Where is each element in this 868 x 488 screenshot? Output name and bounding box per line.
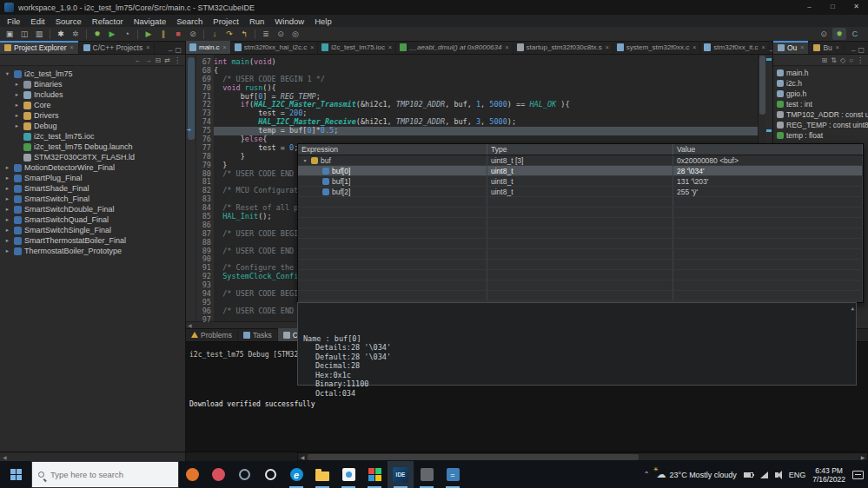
- editor-tab-aeabi-dmul-at-0x8000634[interactable]: __aeabi_dmul() at 0x8000634×: [396, 41, 513, 54]
- twistie-icon[interactable]: ▸: [3, 195, 11, 202]
- terminate-icon[interactable]: ■: [171, 28, 185, 40]
- build-all-icon[interactable]: ✲: [69, 28, 83, 40]
- step-return-icon[interactable]: ↰: [237, 28, 251, 40]
- close-tab-icon[interactable]: ×: [388, 44, 392, 50]
- twistie-icon[interactable]: ▾: [301, 157, 308, 163]
- calculator-app[interactable]: =: [440, 461, 466, 488]
- network-icon[interactable]: [760, 472, 768, 478]
- tree-item-i2c-test-lm75-debug-launch[interactable]: i2c_test_lm75 Debug.launch: [0, 142, 185, 152]
- view-menu-icon[interactable]: ⋮: [857, 56, 864, 64]
- minimize-button[interactable]: –: [798, 0, 821, 15]
- step-over-icon[interactable]: ↷: [222, 28, 236, 40]
- outline-tab-bu[interactable]: Bu×: [809, 41, 845, 54]
- twistie-icon[interactable]: ▸: [3, 237, 11, 244]
- maximize-button[interactable]: □: [821, 0, 845, 15]
- battery-icon[interactable]: [744, 472, 753, 478]
- twistie-icon[interactable]: ▸: [3, 164, 11, 171]
- collapse-all-icon[interactable]: ⊟: [156, 56, 162, 64]
- close-tab-icon[interactable]: ×: [70, 44, 73, 50]
- tree-item-i2c-test-lm75-ioc[interactable]: i2c_test_lm75.ioc: [0, 131, 185, 142]
- outline-item-tmp102-addr-const-uint8-t[interactable]: TMP102_ADDR : const uint8_t: [773, 109, 868, 120]
- disconnect-icon[interactable]: ⊘: [186, 28, 200, 40]
- file-explorer[interactable]: [309, 461, 335, 488]
- menu-run[interactable]: Run: [244, 16, 269, 26]
- close-tab-icon[interactable]: ×: [606, 44, 609, 50]
- mark-occurrences-icon[interactable]: ◎: [288, 28, 302, 40]
- explorer-tab-project-explorer[interactable]: Project Explorer×: [0, 41, 79, 54]
- main-hscrollbar[interactable]: ◀ ▶: [297, 452, 868, 461]
- editor-tab-main-c[interactable]: main.c×: [186, 41, 231, 54]
- tree-item-smartswitchsingle-final[interactable]: ▸SmartSwitchSingle_Final: [0, 225, 185, 235]
- menu-source[interactable]: Source: [50, 16, 87, 26]
- twistie-icon[interactable]: ▸: [3, 175, 11, 181]
- close-button[interactable]: ✕: [845, 0, 868, 15]
- console-tab-problems[interactable]: Problems: [186, 328, 238, 341]
- explorer-tab-c-c-projects[interactable]: C/C++ Projects×: [79, 41, 156, 54]
- twistie-icon[interactable]: ▸: [13, 102, 21, 109]
- pinned-app-orange[interactable]: [179, 461, 205, 488]
- search-icon[interactable]: ⊙: [274, 28, 288, 40]
- outline-tab-ou[interactable]: Ou×: [773, 41, 809, 54]
- twistie-icon[interactable]: ▾: [3, 70, 11, 77]
- profile-icon[interactable]: ◔: [120, 28, 134, 40]
- twistie-icon[interactable]: ▸: [3, 216, 11, 223]
- edge-browser[interactable]: e: [283, 461, 309, 488]
- sort-icon[interactable]: ⇅: [831, 56, 837, 64]
- tree-item-smartswitchdouble-final[interactable]: ▸SmartSwitchDouble_Final: [0, 204, 185, 214]
- clock[interactable]: 6:43 PM 7/16/2022: [812, 466, 845, 484]
- tree-item-smartthermostatboiler-final[interactable]: ▸SmartThermostatBoiler_Final: [0, 235, 185, 246]
- editor-tab-stm32f0xx-hal-i2c-c[interactable]: stm32f0xx_hal_i2c.c×: [231, 41, 319, 54]
- console-tab-tasks[interactable]: Tasks: [238, 328, 278, 341]
- color-grid-app[interactable]: [361, 461, 388, 488]
- annotation-ruler[interactable]: →: [186, 55, 196, 321]
- tree-item-binaries[interactable]: ▸Binaries: [0, 79, 185, 89]
- tree-item-thermostatboiler-prototype[interactable]: ▸ThermostatBoiler_Prototype: [0, 246, 185, 256]
- expression-row-buf-0[interactable]: buf[0]uint8_t28 '\034': [298, 166, 863, 176]
- weather-widget[interactable]: ☁ 23°C Mostly cloudy: [657, 469, 737, 480]
- editor-tab-stm32f0xx-it-c[interactable]: stm32f0xx_it.c×: [700, 41, 769, 54]
- scroll-left-icon[interactable]: ◀: [298, 454, 307, 460]
- expression-row-buf[interactable]: ▾bufuint8_t [3]0x20000080 <buf>: [298, 155, 863, 166]
- panel-maximize-icon[interactable]: ▢: [858, 46, 865, 54]
- new-wizard-icon[interactable]: ▣: [3, 28, 17, 40]
- save-icon[interactable]: ◫: [17, 28, 31, 40]
- close-tab-icon[interactable]: ×: [146, 44, 149, 50]
- column-header-type[interactable]: Type: [487, 144, 673, 155]
- tree-item-motiondetectorwire-final[interactable]: ▸MotionDetectorWire_Final: [0, 162, 185, 173]
- photos-app[interactable]: [335, 461, 361, 488]
- menu-edit[interactable]: Edit: [25, 16, 50, 26]
- tree-item-includes[interactable]: ▸Includes: [0, 89, 185, 100]
- tree-item-smartshade-final[interactable]: ▸SmartShade_Final: [0, 183, 185, 194]
- search-input[interactable]: [49, 469, 162, 480]
- expand-all-icon[interactable]: ⊞: [822, 56, 828, 64]
- menu-window[interactable]: Window: [269, 16, 309, 26]
- outline-item-main-h[interactable]: main.h: [773, 68, 868, 78]
- twistie-icon[interactable]: ▸: [3, 206, 11, 213]
- tree-item-i2c-test-lm75[interactable]: ▾i2c_test_lm75: [0, 69, 185, 79]
- volume-icon[interactable]: [775, 472, 779, 478]
- tray-chevron-icon[interactable]: ⌃: [644, 471, 650, 478]
- close-tab-icon[interactable]: ×: [836, 44, 839, 50]
- expression-row-buf-2[interactable]: buf[2]uint8_t255 'ÿ': [298, 187, 863, 197]
- menu-file[interactable]: File: [2, 16, 25, 26]
- menu-navigate[interactable]: Navigate: [129, 16, 172, 26]
- quick-access-icon[interactable]: ⊙: [817, 28, 831, 40]
- panel-minimize-icon[interactable]: –: [851, 46, 855, 54]
- taskbar-search[interactable]: [31, 461, 179, 488]
- tree-item-smartswitch-final[interactable]: ▸SmartSwitch_Final: [0, 194, 185, 204]
- resume-icon[interactable]: ▶: [142, 28, 156, 40]
- save-all-icon[interactable]: ▥: [32, 28, 46, 40]
- column-header-expression[interactable]: Expression: [298, 144, 487, 155]
- tree-item-core[interactable]: ▸Core: [0, 100, 185, 110]
- editor-tab-i2c-test-lm75-ioc[interactable]: i2c_test_lm75.ioc×: [318, 41, 396, 54]
- outline-item-reg-temp-const-uint8-t[interactable]: REG_TEMP : const uint8_t: [773, 120, 868, 130]
- scroll-thumb[interactable]: [308, 454, 639, 460]
- twistie-icon[interactable]: ▸: [3, 185, 11, 192]
- close-tab-icon[interactable]: ×: [223, 44, 227, 50]
- editor-tab-startup-stm32f030c8tx-s[interactable]: startup_stm32f030c8tx.s×: [514, 41, 613, 54]
- close-tab-icon[interactable]: ×: [505, 44, 508, 50]
- twistie-icon[interactable]: ▸: [13, 91, 21, 98]
- language-indicator[interactable]: ENG: [789, 471, 806, 479]
- action-center-icon[interactable]: [852, 471, 864, 479]
- close-tab-icon[interactable]: ×: [692, 44, 696, 50]
